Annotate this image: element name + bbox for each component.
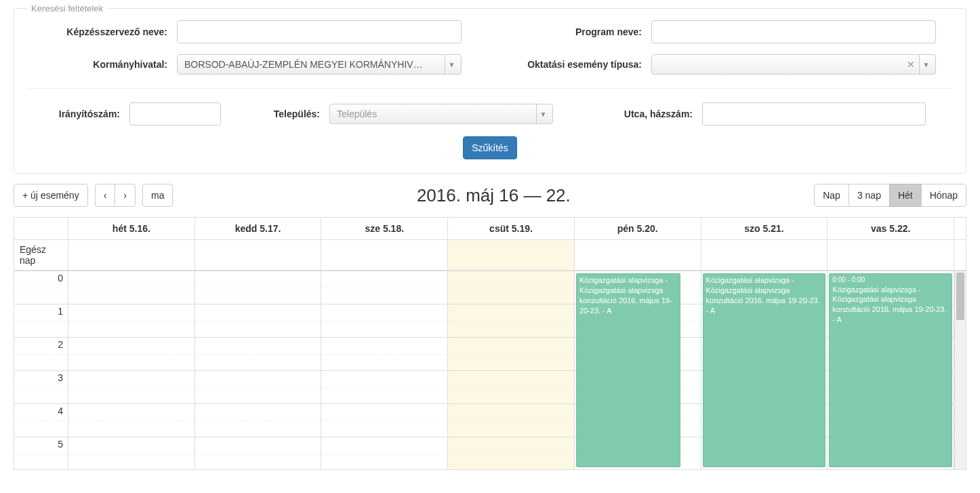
hour-label: 5 [14, 437, 68, 450]
view-month-button[interactable]: Hónap [921, 184, 966, 207]
office-label: Kormányhivatal: [28, 59, 177, 70]
event-type-select[interactable]: ✕ ▼ [651, 54, 936, 75]
office-selected-text: BORSOD-ABAÚJ-ZEMPLÉN MEGYEI KORMÁNYHIV… [184, 59, 445, 70]
today-button[interactable]: ma [142, 184, 173, 207]
view-button-group: Nap 3 nap Hét Hónap [814, 184, 966, 207]
day-column[interactable] [448, 271, 575, 469]
hour-label: 0 [14, 271, 68, 283]
event-title: Közigazgatási alapvizsga - Közigazgatási… [832, 285, 946, 324]
office-select[interactable]: BORSOD-ABAÚJ-ZEMPLÉN MEGYEI KORMÁNYHIV… … [177, 54, 462, 75]
allday-cell[interactable] [448, 240, 575, 270]
next-button[interactable]: › [115, 184, 136, 207]
day-header[interactable]: csüt 5.19. [448, 218, 575, 239]
zip-label: Irányítószám: [28, 109, 129, 119]
calendar-event[interactable]: Közigazgatási alapvizsga - Közigazgatási… [576, 273, 680, 467]
event-title: Közigazgatási alapvizsga - Közigazgatási… [579, 276, 672, 315]
chevron-right-icon: › [123, 190, 127, 201]
event-type-label: Oktatási esemény típusa: [502, 59, 651, 70]
event-title: Közigazgatási alapvizsga - Közigazgatási… [706, 276, 820, 315]
allday-row: Egész nap [14, 240, 966, 271]
prev-button[interactable]: ‹ [95, 184, 116, 207]
view-3day-button[interactable]: 3 nap [849, 184, 890, 207]
event-time: 0:00 - 0:00 [832, 275, 949, 285]
organizer-label: Képzésszervező neve: [28, 26, 177, 37]
city-placeholder: Település [337, 109, 536, 119]
search-fieldset: Keresési feltételek Képzésszervező neve:… [14, 3, 966, 174]
hour-label: 2 [14, 338, 68, 350]
day-header[interactable]: szo 5.21. [701, 218, 828, 239]
day-header[interactable]: hét 5.16. [68, 218, 195, 239]
close-icon[interactable]: ✕ [907, 59, 919, 70]
scrollbar-spacer [954, 240, 966, 270]
fieldset-legend: Keresési feltételek [28, 3, 106, 14]
chevron-down-icon: ▼ [445, 55, 458, 74]
divider [28, 88, 952, 89]
time-axis: 0 1 2 3 4 5 [14, 271, 68, 469]
axis-header [14, 218, 68, 239]
vertical-scrollbar[interactable] [954, 271, 966, 469]
city-select[interactable]: Település ▼ [329, 104, 553, 124]
allday-cell[interactable] [321, 240, 448, 270]
day-column[interactable]: 0:00 - 0:00 Közigazgatási alapvizsga - K… [828, 271, 954, 469]
filter-button[interactable]: Szűkítés [463, 136, 517, 159]
day-column[interactable]: Közigazgatási alapvizsga - Közigazgatási… [575, 271, 701, 469]
allday-cell[interactable] [68, 240, 195, 270]
scrollbar-thumb[interactable] [956, 273, 964, 320]
new-event-button[interactable]: + új esemény [14, 184, 88, 207]
day-column[interactable] [321, 271, 448, 469]
allday-label: Egész nap [14, 240, 68, 270]
day-header[interactable]: kedd 5.17. [195, 218, 322, 239]
chevron-left-icon: ‹ [104, 190, 107, 201]
day-header[interactable]: pén 5.20. [575, 218, 701, 239]
nav-button-group: ‹ › [95, 184, 136, 207]
chevron-down-icon: ▼ [919, 55, 933, 74]
zip-input[interactable] [129, 102, 221, 125]
view-day-button[interactable]: Nap [814, 184, 849, 207]
program-label: Program neve: [502, 26, 651, 37]
street-input[interactable] [702, 102, 926, 125]
day-header[interactable]: sze 5.18. [321, 218, 448, 239]
hour-label: 1 [14, 304, 68, 317]
allday-cell[interactable] [701, 240, 828, 270]
calendar-event[interactable]: 0:00 - 0:00 Közigazgatási alapvizsga - K… [829, 273, 952, 467]
view-week-button[interactable]: Hét [889, 184, 922, 207]
calendar-event[interactable]: Közigazgatási alapvizsga - Közigazgatási… [703, 273, 826, 467]
calendar-grid: Közigazgatási alapvizsga - Közigazgatási… [68, 271, 954, 469]
day-header[interactable]: vas 5.22. [828, 218, 954, 239]
scrollbar-spacer [954, 218, 966, 239]
allday-cell[interactable] [828, 240, 954, 270]
program-input[interactable] [651, 20, 936, 43]
calendar: hét 5.16. kedd 5.17. sze 5.18. csüt 5.19… [14, 217, 966, 470]
allday-cell[interactable] [195, 240, 322, 270]
calendar-toolbar: + új esemény ‹ › ma 2016. máj 16 — 22. N… [14, 184, 966, 207]
street-label: Utca, házszám: [594, 109, 702, 119]
calendar-header-row: hét 5.16. kedd 5.17. sze 5.18. csüt 5.19… [14, 218, 966, 240]
organizer-input[interactable] [177, 20, 462, 43]
allday-cell[interactable] [575, 240, 701, 270]
calendar-body: 0 1 2 3 4 5 [14, 271, 966, 469]
day-column[interactable] [68, 271, 195, 469]
calendar-title: 2016. máj 16 — 22. [173, 185, 814, 206]
hour-label: 3 [14, 371, 68, 383]
day-column[interactable]: Közigazgatási alapvizsga - Közigazgatási… [701, 271, 828, 469]
day-column[interactable] [195, 271, 322, 469]
chevron-down-icon: ▼ [536, 104, 550, 123]
hour-label: 4 [14, 404, 68, 416]
city-label: Település: [262, 109, 329, 119]
